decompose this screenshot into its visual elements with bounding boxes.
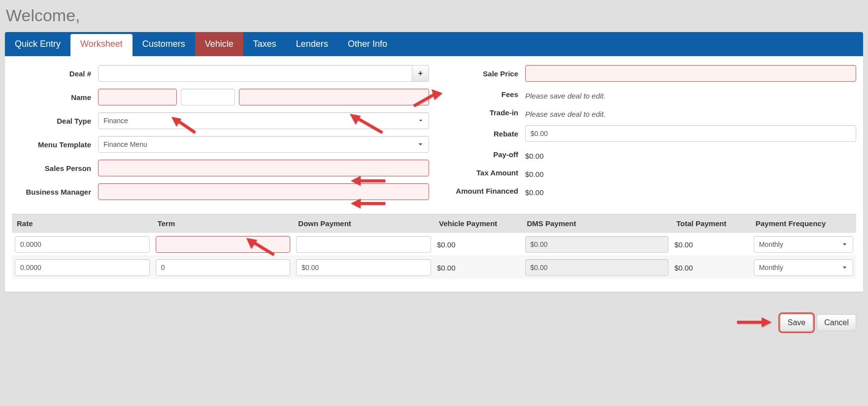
menu-template-label: Menu Template — [12, 140, 98, 149]
tab-other-info[interactable]: Other Info — [338, 32, 397, 56]
fees-text: Please save deal to edit. — [525, 89, 605, 100]
payment-frequency-select[interactable]: Monthly — [754, 259, 853, 276]
table-row: $0.00$0.00Monthly — [12, 256, 856, 279]
tab-worksheet[interactable]: Worksheet — [70, 34, 133, 56]
sales-person-label: Sales Person — [12, 164, 98, 172]
tab-vehicle[interactable]: Vehicle — [195, 32, 243, 56]
deal-number-input[interactable] — [98, 65, 412, 82]
amount-financed-value: $0.00 — [525, 185, 544, 197]
right-column: Sale Price Fees Please save deal to edit… — [439, 65, 856, 207]
worksheet-panel: Quick Entry Worksheet Customers Vehicle … — [5, 32, 863, 292]
trade-in-text: Please save deal to edit. — [525, 107, 605, 118]
add-deal-button[interactable]: + — [412, 65, 429, 82]
payment-table: Rate Term Down Payment Vehicle Payment D… — [12, 214, 856, 279]
footer-actions: Save Cancel — [5, 292, 863, 338]
tax-amount-value: $0.00 — [525, 167, 544, 178]
business-manager-label: Business Manager — [12, 188, 98, 196]
rate-input[interactable] — [15, 259, 150, 276]
col-rate: Rate — [12, 214, 153, 233]
payoff-label: Pay-off — [439, 150, 525, 159]
tab-taxes[interactable]: Taxes — [243, 32, 286, 56]
rebate-label: Rebate — [439, 130, 525, 138]
vehicle-payment-value: $0.00 — [434, 233, 522, 256]
svg-marker-13 — [762, 317, 771, 327]
tax-amount-label: Tax Amount — [439, 169, 525, 177]
col-dms-payment: DMS Payment — [522, 214, 672, 233]
welcome-heading: Welcome, — [6, 6, 863, 25]
term-input[interactable] — [156, 259, 291, 276]
col-payment-frequency: Payment Frequency — [751, 214, 856, 233]
term-input[interactable] — [156, 236, 291, 253]
vehicle-payment-value: $0.00 — [434, 256, 522, 279]
left-column: Deal # + Name — [12, 65, 429, 207]
amount-financed-label: Amount Financed — [439, 187, 525, 195]
col-total-payment: Total Payment — [671, 214, 751, 233]
rebate-input[interactable] — [525, 125, 856, 142]
col-vehicle-payment: Vehicle Payment — [434, 214, 522, 233]
tab-quick-entry[interactable]: Quick Entry — [5, 32, 70, 56]
tab-customers[interactable]: Customers — [133, 32, 195, 56]
annotation-arrow — [734, 316, 773, 330]
first-name-input[interactable] — [98, 89, 177, 105]
dms-payment-input — [525, 259, 669, 276]
fees-label: Fees — [439, 90, 525, 99]
down-payment-input[interactable] — [296, 259, 431, 276]
sales-person-select[interactable] — [98, 160, 429, 176]
cancel-button[interactable]: Cancel — [817, 314, 856, 331]
trade-in-label: Trade-in — [439, 108, 525, 117]
plus-icon: + — [418, 69, 423, 78]
payment-table-wrap: Rate Term Down Payment Vehicle Payment D… — [12, 214, 856, 279]
total-payment-value: $0.00 — [671, 233, 751, 256]
deal-number-label: Deal # — [12, 69, 98, 78]
menu-template-select[interactable]: Finance Menu — [98, 136, 429, 153]
save-button[interactable]: Save — [780, 314, 813, 331]
dms-payment-input — [525, 236, 669, 253]
business-manager-select[interactable] — [98, 183, 429, 200]
payoff-value: $0.00 — [525, 149, 544, 160]
name-label: Name — [12, 93, 98, 102]
payment-frequency-select[interactable]: Monthly — [754, 236, 853, 253]
table-row: $0.00$0.00Monthly — [12, 233, 856, 256]
deal-type-label: Deal Type — [12, 117, 98, 125]
down-payment-input[interactable] — [296, 236, 431, 253]
tab-bar: Quick Entry Worksheet Customers Vehicle … — [5, 32, 863, 56]
tab-lenders[interactable]: Lenders — [286, 32, 338, 56]
deal-type-select[interactable]: Finance — [98, 112, 429, 129]
last-name-input[interactable] — [239, 89, 429, 105]
col-down-payment: Down Payment — [293, 214, 434, 233]
total-payment-value: $0.00 — [671, 256, 751, 279]
sale-price-input[interactable] — [525, 65, 856, 82]
middle-name-input[interactable] — [181, 89, 235, 105]
col-term: Term — [153, 214, 294, 233]
sale-price-label: Sale Price — [439, 69, 525, 78]
rate-input[interactable] — [15, 236, 150, 253]
